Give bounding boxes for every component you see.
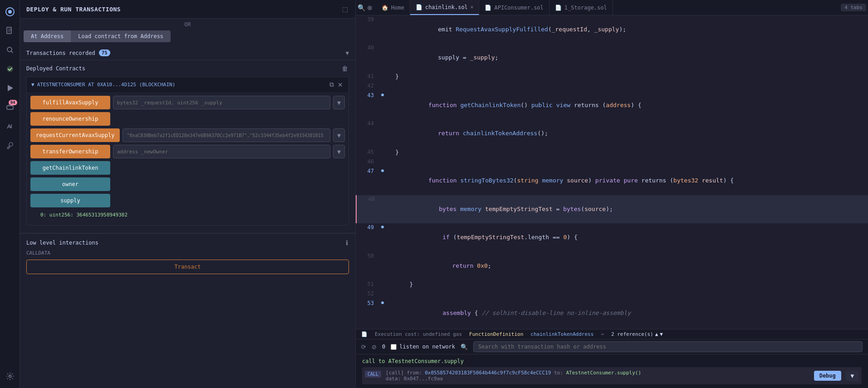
code-line-39: 39 emit RequestAvaxSupplyFulfilled(_requ…: [356, 15, 868, 44]
transfer-ownership-input[interactable]: [113, 145, 330, 158]
calldata-label: CALLDATA: [26, 250, 349, 256]
arrow-icon: →: [601, 331, 604, 337]
func-def-label: FunctionDefinition: [469, 331, 523, 337]
contract-chevron: ▼: [31, 82, 34, 88]
call-tag: CALL: [365, 371, 381, 378]
get-chainlink-token-button[interactable]: getChainlinkToken: [30, 161, 110, 175]
fn-row-fulfill: fulfillAvaxSupply ▼: [30, 96, 345, 109]
code-line-48: 48 bytes memory tempEmptyStringTest = by…: [356, 195, 868, 223]
svg-marker-5: [8, 85, 13, 91]
transactions-count: 75: [99, 49, 110, 56]
debug-button[interactable]: Debug: [814, 371, 841, 381]
storage-file-icon: 📄: [555, 5, 562, 11]
tab-storage-label: 1_Storage.sol: [564, 5, 607, 11]
home-icon: 🏠: [382, 5, 388, 11]
contract-instance-header: ▼ ATESTNETCONSUMER AT 0XA10...4D125 (BLO…: [27, 77, 348, 92]
request-avax-supply-input[interactable]: [123, 128, 330, 142]
code-line-41: 41 }: [356, 72, 868, 82]
transact-button[interactable]: Transact: [26, 260, 349, 274]
code-line-46: 46: [356, 157, 868, 167]
call-from-line: [call] from: 0x0558574203183F5064b446c9f…: [386, 370, 809, 376]
search-icon[interactable]: [2, 42, 18, 58]
refs-up-icon[interactable]: ▲: [655, 331, 658, 337]
chainlink-file-icon: 📄: [416, 4, 422, 10]
renounce-ownership-button[interactable]: renounceOwnership: [30, 112, 110, 126]
code-line-47: 47 ● function stringToBytes32(string mem…: [356, 167, 868, 195]
deployed-contracts-header: Deployed Contracts 🗑: [26, 64, 349, 73]
remove-contract-button[interactable]: ✕: [337, 80, 344, 89]
svg-point-1: [8, 10, 12, 14]
debug-arrow-button[interactable]: ▼: [846, 371, 859, 381]
deploy-content: OR At Address Load contract from Address…: [20, 19, 355, 388]
request-avax-supply-button[interactable]: requestCurrentAvaxSupply: [30, 128, 120, 142]
transactions-chevron: ▼: [346, 50, 349, 56]
test-icon[interactable]: [2, 118, 18, 134]
exec-cost-label: Execution cost: undefined gas: [375, 331, 462, 337]
close-chainlink-tab[interactable]: ✕: [471, 4, 474, 10]
terminal-search-input[interactable]: [473, 341, 863, 352]
tab-apiconsumer-sol[interactable]: 📄 APIConsumer.sol: [479, 0, 549, 15]
tab-at-address[interactable]: At Address: [24, 30, 71, 42]
transactions-label: Transactions recorded 75: [26, 49, 110, 56]
tab-chainlink-label: chainlink.sol: [425, 4, 468, 10]
fulfill-avax-supply-button[interactable]: fulfillAvaxSupply: [30, 96, 110, 109]
zoom-in-button[interactable]: ⊕: [367, 4, 373, 11]
low-level-info-button[interactable]: ℹ: [345, 238, 349, 247]
tab-home[interactable]: 🏠 Home: [376, 0, 410, 15]
functions-list: fulfillAvaxSupply ▼ renounceOwnership re…: [27, 92, 348, 225]
code-line-50: 50 return 0x0;: [356, 252, 868, 280]
code-line-40: 40 supply = _supply;: [356, 44, 868, 72]
collapse-deploy-button[interactable]: ⬚: [341, 5, 349, 14]
request-chevron[interactable]: ▼: [333, 128, 345, 142]
editor-tabs: 🔍 ⊕ 🏠 Home 📄 chainlink.sol ✕ 📄 APIConsum…: [356, 0, 868, 15]
files-icon[interactable]: [2, 23, 18, 39]
apiconsumer-file-icon: 📄: [485, 5, 491, 11]
refs-down-icon[interactable]: ▼: [660, 331, 663, 337]
transfer-chevron[interactable]: ▼: [333, 145, 345, 158]
fn-row-transfer: transferOwnership ▼: [30, 145, 345, 158]
owner-button[interactable]: owner: [30, 177, 110, 191]
code-area: 39 emit RequestAvaxSupplyFulfilled(_requ…: [356, 15, 868, 329]
fn-row-supply: supply: [30, 194, 345, 207]
zoom-out-button[interactable]: 🔍: [358, 4, 365, 11]
transfer-ownership-button[interactable]: transferOwnership: [30, 145, 110, 158]
clear-terminal-button[interactable]: ⟳: [361, 344, 366, 350]
supply-button[interactable]: supply: [30, 194, 110, 207]
call-to-addr: ATestnetConsumer.supply(): [566, 370, 641, 376]
deployed-contracts-title: Deployed Contracts: [26, 65, 85, 72]
tab-load-contract[interactable]: Load contract from Address: [71, 30, 171, 42]
fulfill-chevron[interactable]: ▼: [333, 96, 345, 109]
contract-name[interactable]: ▼ ATESTNETCONSUMER AT 0XA10...4D125 (BLO…: [31, 82, 175, 88]
fulfill-avax-supply-input[interactable]: [113, 96, 330, 109]
deploy-title: DEPLOY & RUN TRANSACTIONS: [26, 6, 121, 13]
deploy-run-icon[interactable]: [2, 80, 18, 96]
call-log-label: call to ATestnetConsumer.supply: [362, 358, 862, 364]
logo-icon[interactable]: [2, 4, 18, 20]
low-level-header: Low level interactions ℹ: [26, 238, 349, 247]
plugin-icon[interactable]: 94: [2, 99, 18, 115]
delete-contracts-button[interactable]: 🗑: [341, 64, 349, 73]
editor-bottom: 📄 Execution cost: undefined gas Function…: [356, 329, 868, 388]
code-line-49: 49 ● if (tempEmptyStringTest.length == 0…: [356, 223, 868, 251]
copy-contract-button[interactable]: ⧉: [329, 80, 335, 89]
code-line-53: 53 ● assembly { // solhint-disable-line …: [356, 299, 868, 327]
code-line-45: 45 }: [356, 148, 868, 157]
listen-network-checkbox[interactable]: [391, 344, 397, 350]
fn-row-owner: owner: [30, 177, 345, 191]
code-line-42: 42: [356, 82, 868, 91]
git-icon[interactable]: [2, 61, 18, 77]
stop-button[interactable]: ⊘: [372, 344, 377, 350]
transactions-recorded-header[interactable]: Transactions recorded 75 ▼: [20, 46, 355, 60]
listen-network-label: listen on network: [391, 344, 455, 350]
func-name-ref: chainlinkTokenAddress: [530, 331, 593, 337]
settings-icon[interactable]: [2, 368, 18, 384]
tools-icon[interactable]: [2, 137, 18, 153]
code-line-43: 43 ● function getChainlinkToken() public…: [356, 91, 868, 119]
low-level-interactions: Low level interactions ℹ CALLDATA Transa…: [20, 233, 355, 279]
contract-name-text: ATESTNETCONSUMER AT 0XA10...4D125 (BLOCK…: [37, 82, 176, 88]
fn-row-request: requestCurrentAvaxSupply ▼: [30, 128, 345, 142]
deploy-header: DEPLOY & RUN TRANSACTIONS ⬚: [20, 0, 355, 19]
tab-chainlink-sol[interactable]: 📄 chainlink.sol ✕: [410, 0, 480, 15]
tab-1-storage-sol[interactable]: 📄 1_Storage.sol: [549, 0, 613, 15]
address-tabs: At Address Load contract from Address: [24, 30, 352, 42]
